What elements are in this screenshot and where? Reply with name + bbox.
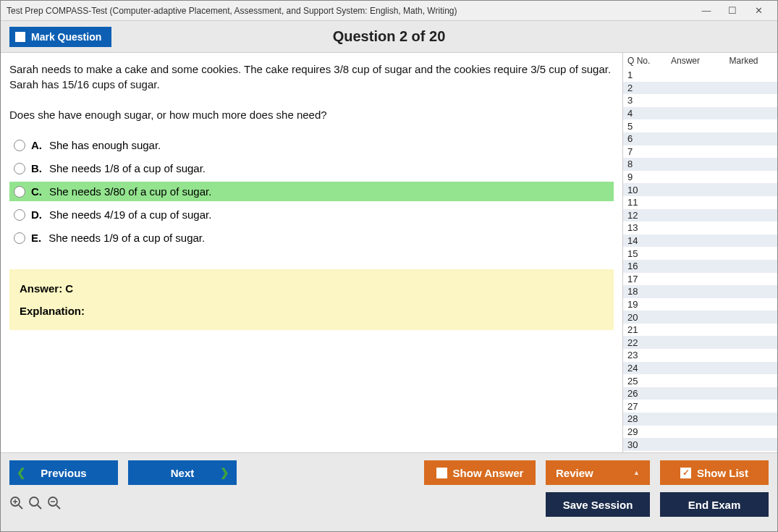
previous-button[interactable]: ❮ Previous	[9, 460, 118, 485]
option-text: She needs 1/9 of a cup of sugar.	[48, 232, 205, 244]
question-row[interactable]: 14	[623, 235, 777, 248]
option-text: She needs 4/19 of a cup of sugar.	[49, 208, 211, 221]
question-number: 18	[627, 286, 656, 297]
question-row[interactable]: 12	[623, 209, 777, 222]
question-row[interactable]: 18	[623, 285, 777, 298]
save-session-button[interactable]: Save Session	[546, 492, 650, 517]
question-list-header: Q No. Answer Marked	[623, 53, 777, 69]
question-row[interactable]: 17	[623, 273, 777, 286]
option-d[interactable]: D.She needs 4/19 of a cup of sugar.	[9, 205, 614, 224]
question-number: 28	[627, 413, 656, 424]
question-row[interactable]: 8	[623, 158, 777, 171]
svg-line-1	[19, 505, 22, 509]
end-exam-label: End Exam	[688, 499, 741, 511]
window-title: Test Prep COMPASS-Test (Computer-adaptiv…	[7, 6, 457, 16]
question-row[interactable]: 7	[623, 145, 777, 159]
header-marked: Marked	[714, 56, 773, 66]
question-number: 15	[627, 248, 656, 259]
radio-icon	[14, 209, 25, 221]
question-list[interactable]: 1234567891011121314151617181920212223242…	[623, 69, 777, 452]
show-answer-button[interactable]: Show Answer	[424, 460, 536, 485]
question-row[interactable]: 11	[623, 196, 777, 209]
option-b[interactable]: B.She needs 1/8 of a cup of sugar.	[9, 159, 614, 178]
question-number: 20	[627, 312, 656, 323]
option-a[interactable]: A.She has enough sugar.	[9, 135, 614, 155]
question-row[interactable]: 30	[623, 438, 777, 451]
question-number: 8	[627, 159, 656, 169]
radio-icon	[14, 163, 25, 174]
question-row[interactable]: 28	[623, 413, 777, 426]
option-e[interactable]: E.She needs 1/9 of a cup of sugar.	[9, 228, 614, 248]
question-number: 30	[627, 439, 656, 450]
question-row[interactable]: 27	[623, 400, 777, 413]
show-list-label: Show List	[697, 467, 748, 479]
question-number: 22	[627, 337, 656, 348]
question-number: 23	[627, 350, 656, 360]
option-text: She needs 3/80 of a cup of sugar.	[49, 185, 211, 198]
question-number: 12	[627, 210, 656, 221]
question-row[interactable]: 24	[623, 362, 777, 375]
question-row[interactable]: 2	[623, 82, 777, 95]
zoom-controls	[9, 496, 62, 514]
show-list-button[interactable]: ✓ Show List	[660, 460, 769, 485]
question-number: 27	[627, 401, 656, 412]
question-number: 25	[627, 376, 656, 387]
question-row[interactable]: 29	[623, 426, 777, 439]
question-number: 7	[627, 146, 656, 157]
question-number: 9	[627, 172, 656, 182]
question-number: 26	[627, 388, 656, 399]
option-letter: A.	[31, 139, 42, 151]
question-row[interactable]: 1	[623, 69, 777, 82]
question-number: 2	[627, 83, 656, 93]
zoom-in-icon[interactable]	[9, 496, 24, 514]
explanation-label: Explanation:	[20, 305, 604, 317]
zoom-out-icon[interactable]	[47, 496, 62, 514]
minimize-button[interactable]: —	[693, 2, 719, 20]
next-button[interactable]: Next ❯	[128, 460, 237, 485]
review-label: Review	[556, 467, 593, 479]
end-exam-button[interactable]: End Exam	[660, 492, 769, 517]
question-number: 3	[627, 95, 656, 106]
close-button[interactable]: ✕	[745, 2, 771, 20]
review-button[interactable]: Review ▲	[546, 460, 650, 485]
option-letter: D.	[31, 208, 42, 221]
question-row[interactable]: 5	[623, 119, 777, 132]
question-row[interactable]: 10	[623, 183, 777, 196]
question-row[interactable]: 23	[623, 349, 777, 362]
question-row[interactable]: 9	[623, 171, 777, 184]
maximize-button[interactable]: ☐	[719, 2, 745, 20]
option-text: She has enough sugar.	[49, 139, 161, 151]
title-bar: Test Prep COMPASS-Test (Computer-adaptiv…	[1, 1, 777, 21]
question-row[interactable]: 13	[623, 221, 777, 235]
radio-icon	[14, 186, 25, 198]
question-row[interactable]: 26	[623, 387, 777, 400]
question-row[interactable]: 21	[623, 324, 777, 337]
checkbox-checked-icon: ✓	[680, 468, 691, 478]
svg-point-4	[30, 497, 38, 506]
question-number: 17	[627, 274, 656, 284]
question-row[interactable]: 6	[623, 132, 777, 145]
checkbox-icon	[436, 468, 447, 478]
question-number: 29	[627, 426, 656, 437]
zoom-reset-icon[interactable]	[28, 496, 43, 514]
question-row[interactable]: 22	[623, 336, 777, 349]
question-number: 16	[627, 261, 656, 271]
mark-question-button[interactable]: Mark Question	[9, 27, 111, 47]
question-row[interactable]: 15	[623, 247, 777, 260]
question-row[interactable]: 19	[623, 298, 777, 311]
question-row[interactable]: 20	[623, 311, 777, 324]
question-row[interactable]: 25	[623, 374, 777, 387]
checkbox-icon	[15, 32, 25, 42]
question-row[interactable]: 4	[623, 107, 777, 120]
triangle-up-icon: ▲	[633, 469, 640, 476]
question-row[interactable]: 3	[623, 94, 777, 107]
question-row[interactable]: 16	[623, 260, 777, 273]
option-text: She needs 1/8 of a cup of sugar.	[49, 162, 206, 174]
radio-icon	[14, 140, 25, 151]
option-letter: B.	[31, 162, 42, 174]
question-number: 14	[627, 235, 656, 246]
option-c[interactable]: C.She needs 3/80 of a cup of sugar.	[9, 182, 614, 201]
show-answer-label: Show Answer	[453, 467, 524, 479]
question-number: 4	[627, 108, 656, 119]
question-number: 24	[627, 363, 656, 373]
